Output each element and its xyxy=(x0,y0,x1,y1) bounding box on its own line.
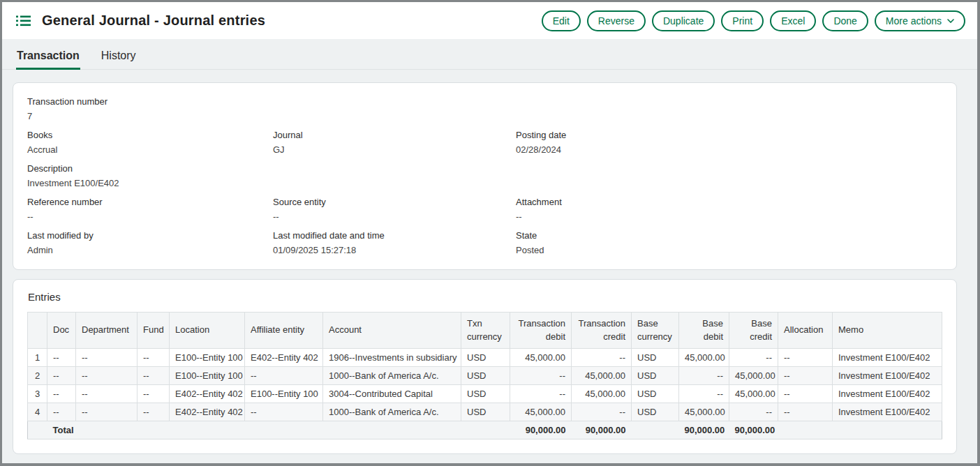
tab-transaction[interactable]: Transaction xyxy=(16,50,80,70)
row-number-cell: 1 xyxy=(28,349,47,367)
field-value: 02/28/2024 xyxy=(516,144,942,155)
list-menu-icon[interactable] xyxy=(16,15,31,27)
excel-button[interactable]: Excel xyxy=(770,10,816,31)
field-label: Description xyxy=(27,163,273,174)
table-cell: Investment E100/E402 xyxy=(833,349,942,367)
field: Posting date02/28/2024 xyxy=(516,130,942,155)
entries-heading: Entries xyxy=(28,291,942,303)
field-row: BooksAccrualJournalGJPosting date02/28/2… xyxy=(27,130,942,155)
total-cell: 90,000.00 xyxy=(510,421,572,439)
field-value: Accrual xyxy=(27,144,273,155)
column-header: Base currency xyxy=(632,313,679,349)
column-header: Transaction debit xyxy=(510,313,572,349)
column-header: Allocation xyxy=(778,313,833,349)
field: Reference number-- xyxy=(27,197,273,222)
field-value: -- xyxy=(27,211,273,222)
column-header: Doc xyxy=(47,313,76,349)
table-row: 2------E100--Entity 100--1000--Bank of A… xyxy=(28,367,942,385)
field-label: Journal xyxy=(273,130,516,140)
field: Source entity-- xyxy=(273,197,516,222)
chevron-down-icon xyxy=(947,19,954,23)
field: BooksAccrual xyxy=(27,130,273,155)
row-number-cell: 3 xyxy=(28,385,47,403)
total-cell: 90,000.00 xyxy=(679,421,729,439)
column-header: Memo xyxy=(833,313,942,349)
table-cell: 1000--Bank of America A/c. xyxy=(323,403,461,421)
total-cell xyxy=(632,421,679,439)
field-label: Transaction number xyxy=(27,96,273,107)
print-button-label: Print xyxy=(732,15,752,27)
column-header: Account xyxy=(323,313,461,349)
table-cell: USD xyxy=(461,403,510,421)
field-value: GJ xyxy=(273,144,516,155)
field-value: Admin xyxy=(27,245,273,255)
field-value: 01/09/2025 15:27:18 xyxy=(273,245,516,255)
page-title: General Journal - Journal entries xyxy=(42,13,265,29)
total-cell xyxy=(833,421,942,439)
duplicate-button[interactable]: Duplicate xyxy=(652,10,715,31)
table-row: 1------E100--Entity 100E402--Entity 4021… xyxy=(28,349,942,367)
total-cell xyxy=(323,421,461,439)
tab-history[interactable]: History xyxy=(101,50,137,70)
table-cell: E100--Entity 100 xyxy=(170,349,245,367)
field-value: 7 xyxy=(27,111,273,121)
column-header: Department xyxy=(76,313,138,349)
field-label: Last modified date and time xyxy=(273,230,516,241)
table-cell: 45,000.00 xyxy=(510,349,572,367)
total-cell xyxy=(138,421,170,439)
table-cell: -- xyxy=(245,403,323,421)
table-cell: USD xyxy=(632,403,679,421)
table-cell: E100--Entity 100 xyxy=(170,367,245,385)
excel-button-label: Excel xyxy=(781,15,805,27)
reverse-button[interactable]: Reverse xyxy=(587,10,646,31)
table-cell: -- xyxy=(679,367,729,385)
table-cell: -- xyxy=(245,367,323,385)
field: Last modified byAdmin xyxy=(27,230,273,255)
table-cell: Investment E100/E402 xyxy=(833,367,942,385)
table-cell: 45,000.00 xyxy=(679,403,729,421)
main-content: Transaction number7BooksAccrualJournalGJ… xyxy=(2,70,977,463)
table-cell: -- xyxy=(76,385,138,403)
field: Attachment-- xyxy=(516,197,942,222)
table-cell: USD xyxy=(461,385,510,403)
total-cell xyxy=(778,421,833,439)
table-cell: Investment E100/E402 xyxy=(833,403,942,421)
reverse-button-label: Reverse xyxy=(598,15,634,27)
table-cell: -- xyxy=(510,385,572,403)
table-cell: E100--Entity 100 xyxy=(245,385,323,403)
duplicate-button-label: Duplicate xyxy=(663,15,704,27)
field-label: Reference number xyxy=(27,197,273,207)
field: DescriptionInvestment E100/E402 xyxy=(27,163,273,188)
edit-button[interactable]: Edit xyxy=(542,10,581,31)
total-cell: Total xyxy=(47,421,76,439)
column-header: Base debit xyxy=(679,313,729,349)
table-cell: 3004--Contributed Capital xyxy=(323,385,461,403)
table-cell: 1906--Investments in subsidiary xyxy=(323,349,461,367)
edit-button-label: Edit xyxy=(553,15,570,27)
table-cell: -- xyxy=(76,403,138,421)
table-cell: USD xyxy=(461,367,510,385)
table-cell: -- xyxy=(778,385,833,403)
table-cell: -- xyxy=(47,349,76,367)
column-header: Affiliate entity xyxy=(245,313,323,349)
more-actions-button[interactable]: More actions xyxy=(875,10,965,31)
row-number-cell: 2 xyxy=(28,367,47,385)
field-label: Books xyxy=(27,130,273,140)
table-cell: E402--Entity 402 xyxy=(245,349,323,367)
field-row: Last modified byAdminLast modified date … xyxy=(27,230,942,255)
more-actions-button-label: More actions xyxy=(886,15,942,27)
total-row: Total90,000.0090,000.0090,000.0090,000.0… xyxy=(28,421,942,439)
field-value: Investment E100/E402 xyxy=(27,178,273,188)
column-header: Location xyxy=(170,313,245,349)
done-button[interactable]: Done xyxy=(822,10,868,31)
table-cell: -- xyxy=(138,367,170,385)
transaction-details-card: Transaction number7BooksAccrualJournalGJ… xyxy=(13,82,957,270)
field: Last modified date and time01/09/2025 15… xyxy=(273,230,516,255)
table-cell: 1000--Bank of America A/c. xyxy=(323,367,461,385)
print-button[interactable]: Print xyxy=(721,10,764,31)
table-cell: 45,000.00 xyxy=(572,385,632,403)
total-cell xyxy=(461,421,510,439)
done-button-label: Done xyxy=(833,15,856,27)
total-cell xyxy=(245,421,323,439)
table-cell: -- xyxy=(47,385,76,403)
